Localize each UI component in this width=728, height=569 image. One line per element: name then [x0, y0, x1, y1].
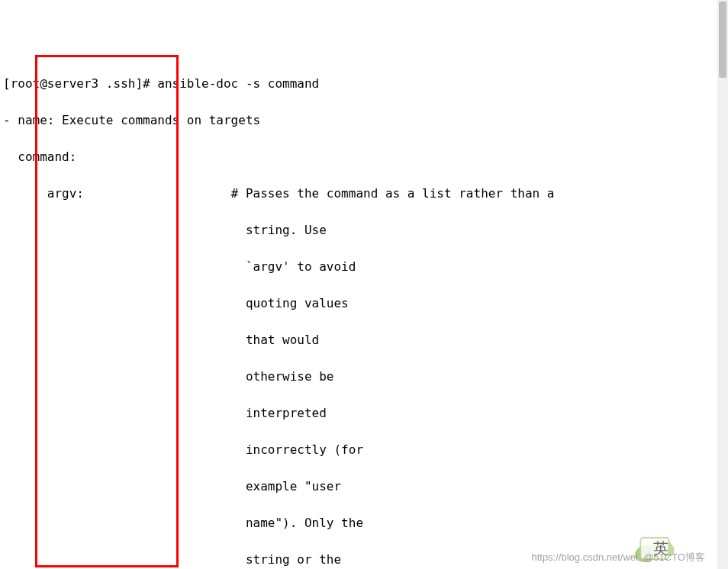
output-line-name: - name: Execute commands on targets — [3, 111, 725, 130]
param-argv-desc: example "user — [3, 477, 725, 496]
param-argv-desc: string or the — [3, 551, 725, 569]
param-argv-desc: name"). Only the — [3, 514, 725, 532]
param-argv-desc: quoting values — [3, 294, 725, 313]
scrollbar-thumb[interactable] — [719, 2, 726, 78]
param-argv-desc: `argv' to avoid — [3, 258, 725, 276]
param-argv-desc: that would — [3, 331, 725, 349]
param-argv-desc: otherwise be — [3, 368, 725, 386]
terminal-prompt-line[interactable]: [root@server3 .ssh]# ansible-doc -s comm… — [3, 75, 725, 93]
param-argv-desc: interpreted — [3, 404, 725, 423]
scrollbar-track[interactable] — [717, 0, 728, 569]
param-argv-line: argv: # Passes the command as a list rat… — [3, 185, 725, 203]
param-argv-desc: incorrectly (for — [3, 441, 725, 459]
param-argv-desc: string. Use — [3, 221, 725, 239]
output-line-command: command: — [3, 148, 725, 166]
